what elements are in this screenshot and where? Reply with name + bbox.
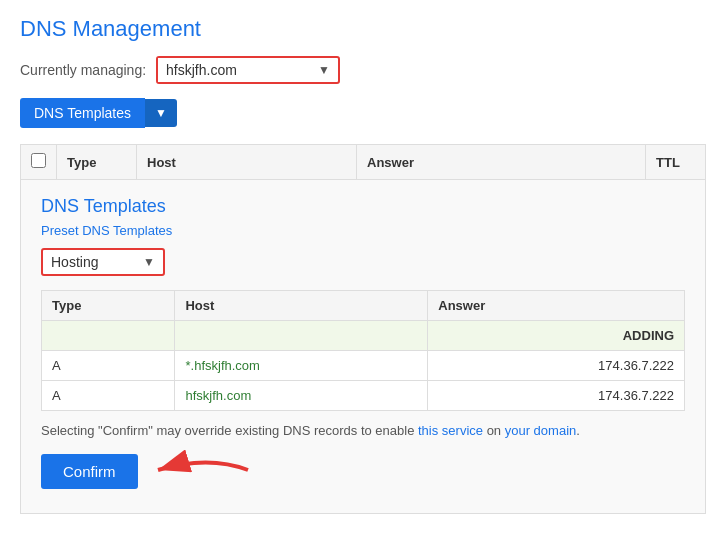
table-row: A hfskjfh.com 174.36.7.222 [42, 381, 685, 411]
hosting-select-arrow-icon: ▼ [143, 251, 163, 273]
dns-templates-panel-cell: DNS Templates Preset DNS Templates Hosti… [21, 180, 706, 514]
table-row: A *.hfskjfh.com 174.36.7.222 [42, 351, 685, 381]
confirm-area: Selecting "Confirm" may override existin… [41, 411, 685, 493]
row1-type: A [42, 351, 175, 381]
adding-label: ADDING [428, 321, 685, 351]
col-header-answer: Answer [357, 145, 646, 180]
col-header-type: Type [57, 145, 137, 180]
inner-col-host: Host [175, 291, 428, 321]
confirm-button[interactable]: Confirm [41, 454, 138, 489]
dns-templates-button[interactable]: DNS Templates [20, 98, 145, 128]
currently-managing-label: Currently managing: [20, 62, 146, 78]
your-domain-link[interactable]: your domain [505, 423, 577, 438]
confirm-row: Confirm [41, 450, 685, 493]
dns-panel-subtitle[interactable]: Preset DNS Templates [41, 223, 685, 238]
page-title: DNS Management [20, 16, 706, 42]
domain-select-wrapper[interactable]: hfskjfh.com ▼ [156, 56, 340, 84]
select-all-checkbox[interactable] [31, 153, 46, 168]
confirm-warning-text: Selecting "Confirm" may override existin… [41, 423, 685, 438]
dns-panel-title: DNS Templates [41, 196, 685, 217]
domain-select[interactable]: hfskjfh.com [158, 58, 318, 82]
hosting-select-wrapper[interactable]: Hosting ▼ [41, 248, 165, 276]
dns-panel-inner: DNS Templates Preset DNS Templates Hosti… [21, 180, 705, 513]
dns-templates-panel-row: DNS Templates Preset DNS Templates Hosti… [21, 180, 706, 514]
inner-table: Type Host Answer ADDING [41, 290, 685, 411]
main-table: Type Host Answer TTL DNS Templates Prese… [20, 144, 706, 514]
row2-host: hfskjfh.com [175, 381, 428, 411]
row1-answer: 174.36.7.222 [428, 351, 685, 381]
col-header-ttl: TTL [646, 145, 706, 180]
currently-managing-row: Currently managing: hfskjfh.com ▼ [20, 56, 706, 84]
inner-col-type: Type [42, 291, 175, 321]
this-service-link[interactable]: this service [418, 423, 483, 438]
arrow-indicator-icon [138, 450, 258, 493]
domain-select-arrow-icon: ▼ [318, 59, 338, 81]
dns-templates-button-group: DNS Templates ▼ [20, 98, 706, 128]
dns-templates-dropdown-arrow[interactable]: ▼ [145, 99, 177, 127]
hosting-select[interactable]: Hosting [43, 250, 143, 274]
row1-host: *.hfskjfh.com [175, 351, 428, 381]
row2-answer: 174.36.7.222 [428, 381, 685, 411]
col-header-host: Host [137, 145, 357, 180]
col-header-check [21, 145, 57, 180]
row2-type: A [42, 381, 175, 411]
adding-type-cell [42, 321, 175, 351]
inner-col-answer: Answer [428, 291, 685, 321]
adding-host-cell [175, 321, 428, 351]
adding-header-row: ADDING [42, 321, 685, 351]
